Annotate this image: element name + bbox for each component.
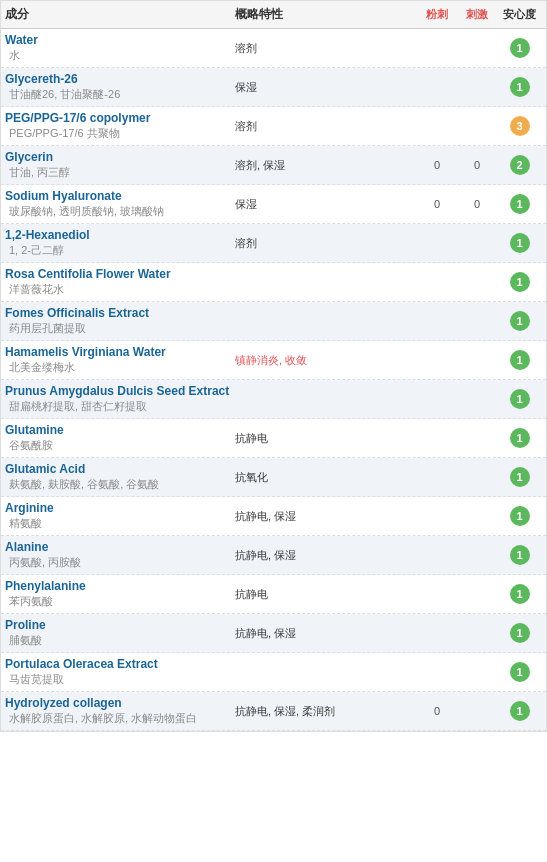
ingredient-powder: 0 [417,198,457,210]
header-summary: 概略特性 [235,6,417,23]
ingredient-safety: 1 [497,623,542,643]
ingredient-cn-name: 玻尿酸钠, 透明质酸钠, 玻璃酸钠 [5,204,235,219]
safety-badge: 1 [510,662,530,682]
ingredient-safety: 1 [497,272,542,292]
ingredient-safety: 1 [497,233,542,253]
ingredient-en-name[interactable]: Water [5,33,235,47]
table-row: Portulaca Oleracea Extract 马齿苋提取 1 [1,653,546,692]
ingredient-name-cell: Glycereth-26 甘油醚26, 甘油聚醚-26 [5,72,235,102]
table-row: Phenylalanine 苯丙氨酸 抗静电 1 [1,575,546,614]
ingredient-name-cell: Arginine 精氨酸 [5,501,235,531]
ingredient-cn-name: 水 [5,48,235,63]
table-row: Glutamic Acid 麸氨酸, 麸胺酸, 谷氨酸, 谷氨酸 抗氧化 1 [1,458,546,497]
ingredient-name-cell: Glutamine 谷氨酰胺 [5,423,235,453]
safety-badge: 3 [510,116,530,136]
safety-badge: 1 [510,311,530,331]
ingredient-en-name[interactable]: PEG/PPG-17/6 copolymer [5,111,235,125]
table-row: Glycereth-26 甘油醚26, 甘油聚醚-26 保湿 1 [1,68,546,107]
ingredient-summary: 溶剂 [235,119,417,134]
ingredient-en-name[interactable]: Hydrolyzed collagen [5,696,235,710]
safety-badge: 1 [510,38,530,58]
safety-badge: 1 [510,623,530,643]
ingredient-cn-name: 甘油, 丙三醇 [5,165,235,180]
ingredient-safety: 1 [497,389,542,409]
ingredient-powder: 0 [417,159,457,171]
ingredient-cn-name: 甘油醚26, 甘油聚醚-26 [5,87,235,102]
ingredient-en-name[interactable]: Proline [5,618,235,632]
safety-badge: 1 [510,233,530,253]
table-row: Prunus Amygdalus Dulcis Seed Extract 甜扁桃… [1,380,546,419]
ingredient-safety: 1 [497,77,542,97]
safety-badge: 1 [510,77,530,97]
header-irritant: 刺激 [457,7,497,22]
header-name: 成分 [5,6,235,23]
ingredient-safety: 2 [497,155,542,175]
safety-badge: 1 [510,701,530,721]
table-row: Proline 脯氨酸 抗静电, 保湿 1 [1,614,546,653]
ingredient-en-name[interactable]: Glycerin [5,150,235,164]
ingredient-en-name[interactable]: Prunus Amygdalus Dulcis Seed Extract [5,384,235,398]
ingredient-name-cell: Prunus Amygdalus Dulcis Seed Extract 甜扁桃… [5,384,235,414]
ingredient-powder: 0 [417,705,457,717]
ingredient-en-name[interactable]: Sodium Hyaluronate [5,189,235,203]
ingredient-en-name[interactable]: Arginine [5,501,235,515]
ingredient-cn-name: 丙氨酸, 丙胺酸 [5,555,235,570]
header-safety: 安心度 [497,7,542,22]
ingredient-safety: 1 [497,506,542,526]
ingredient-en-name[interactable]: Rosa Centifolia Flower Water [5,267,235,281]
ingredient-cn-name: 麸氨酸, 麸胺酸, 谷氨酸, 谷氨酸 [5,477,235,492]
safety-badge: 1 [510,389,530,409]
ingredient-safety: 1 [497,545,542,565]
table-row: Glutamine 谷氨酰胺 抗静电 1 [1,419,546,458]
table-row: Glycerin 甘油, 丙三醇 溶剂, 保湿 0 0 2 [1,146,546,185]
ingredient-name-cell: Glycerin 甘油, 丙三醇 [5,150,235,180]
ingredient-en-name[interactable]: Hamamelis Virginiana Water [5,345,235,359]
table-row: 1,2-Hexanediol 1, 2-己二醇 溶剂 1 [1,224,546,263]
ingredient-en-name[interactable]: Fomes Officinalis Extract [5,306,235,320]
safety-badge: 1 [510,506,530,526]
ingredient-safety: 3 [497,116,542,136]
ingredient-summary: 溶剂 [235,236,417,251]
ingredient-summary: 抗静电 [235,431,417,446]
ingredient-safety: 1 [497,194,542,214]
ingredient-en-name[interactable]: Glycereth-26 [5,72,235,86]
table-row: Hydrolyzed collagen 水解胶原蛋白, 水解胶原, 水解动物蛋白… [1,692,546,731]
ingredient-en-name[interactable]: 1,2-Hexanediol [5,228,235,242]
table-row: Arginine 精氨酸 抗静电, 保湿 1 [1,497,546,536]
ingredient-irritant: 0 [457,198,497,210]
ingredient-summary: 溶剂 [235,41,417,56]
ingredient-name-cell: Proline 脯氨酸 [5,618,235,648]
ingredient-cn-name: 水解胶原蛋白, 水解胶原, 水解动物蛋白 [5,711,235,726]
ingredient-cn-name: PEG/PPG-17/6 共聚物 [5,126,235,141]
ingredient-summary: 保湿 [235,197,417,212]
safety-badge: 1 [510,545,530,565]
ingredient-summary: 镇静消炎, 收敛 [235,353,417,368]
table-row: Fomes Officinalis Extract 药用层孔菌提取 1 [1,302,546,341]
safety-badge: 1 [510,272,530,292]
ingredient-cn-name: 洋蔷薇花水 [5,282,235,297]
table-row: Sodium Hyaluronate 玻尿酸钠, 透明质酸钠, 玻璃酸钠 保湿 … [1,185,546,224]
ingredient-safety: 1 [497,701,542,721]
safety-badge: 1 [510,584,530,604]
ingredient-name-cell: Alanine 丙氨酸, 丙胺酸 [5,540,235,570]
ingredient-en-name[interactable]: Alanine [5,540,235,554]
ingredient-summary: 抗静电 [235,587,417,602]
ingredient-safety: 1 [497,662,542,682]
ingredient-cn-name: 马齿苋提取 [5,672,235,687]
ingredient-en-name[interactable]: Glutamic Acid [5,462,235,476]
ingredient-name-cell: Phenylalanine 苯丙氨酸 [5,579,235,609]
ingredient-en-name[interactable]: Glutamine [5,423,235,437]
safety-badge: 2 [510,155,530,175]
header-powder: 粉刺 [417,7,457,22]
ingredient-en-name[interactable]: Portulaca Oleracea Extract [5,657,235,671]
ingredient-summary: 抗氧化 [235,470,417,485]
ingredient-cn-name: 1, 2-己二醇 [5,243,235,258]
table-row: PEG/PPG-17/6 copolymer PEG/PPG-17/6 共聚物 … [1,107,546,146]
ingredient-name-cell: 1,2-Hexanediol 1, 2-己二醇 [5,228,235,258]
ingredient-en-name[interactable]: Phenylalanine [5,579,235,593]
ingredient-cn-name: 脯氨酸 [5,633,235,648]
safety-badge: 1 [510,194,530,214]
ingredient-safety: 1 [497,584,542,604]
ingredient-summary: 抗静电, 保湿 [235,626,417,641]
ingredient-name-cell: Sodium Hyaluronate 玻尿酸钠, 透明质酸钠, 玻璃酸钠 [5,189,235,219]
